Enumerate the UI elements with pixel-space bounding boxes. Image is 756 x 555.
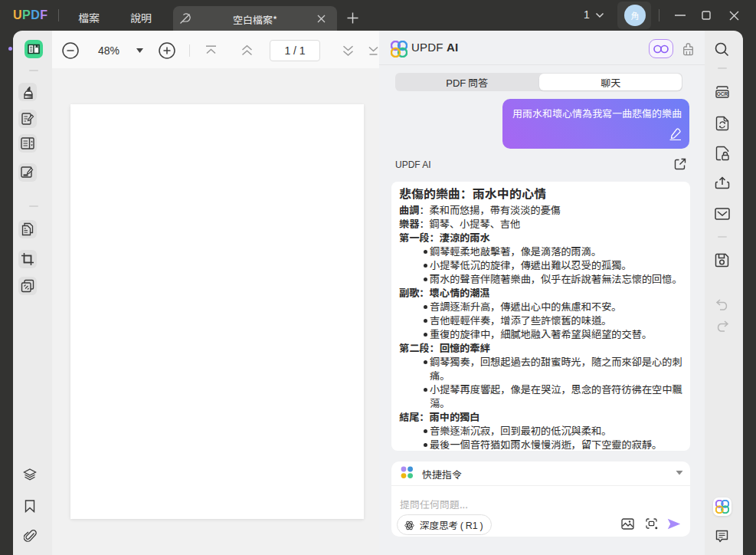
svg-text:OCR: OCR — [717, 91, 728, 97]
